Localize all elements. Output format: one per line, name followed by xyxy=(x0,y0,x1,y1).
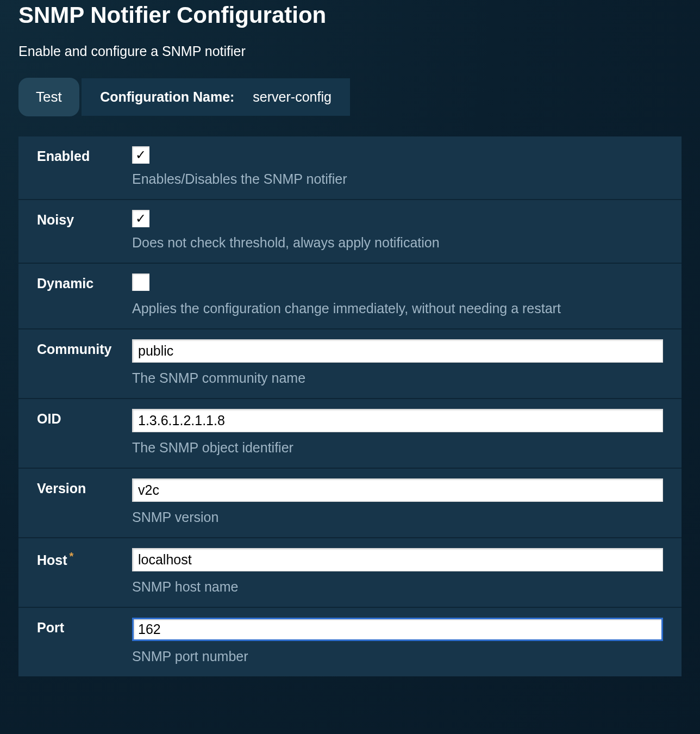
help-host: SNMP host name xyxy=(132,579,663,595)
help-version: SNMP version xyxy=(132,509,663,525)
input-host[interactable] xyxy=(132,548,663,571)
row-noisy: Noisy ✓ Does not check threshold, always… xyxy=(18,200,682,264)
help-oid: The SNMP object identifier xyxy=(132,440,663,456)
help-enabled: Enables/Disables the SNMP notifier xyxy=(132,171,663,187)
label-noisy: Noisy xyxy=(37,210,132,251)
checkbox-enabled[interactable]: ✓ xyxy=(132,146,149,164)
config-name-label: Configuration Name: xyxy=(100,89,234,105)
row-enabled: Enabled ✓ Enables/Disables the SNMP noti… xyxy=(18,136,682,200)
row-host: Host* SNMP host name xyxy=(18,538,682,608)
input-oid[interactable] xyxy=(132,409,663,432)
label-port: Port xyxy=(37,618,132,664)
input-version[interactable] xyxy=(132,478,663,502)
config-name-row: Configuration Name: server-config xyxy=(82,78,350,116)
label-host: Host* xyxy=(37,548,132,595)
required-asterisk-icon: * xyxy=(70,550,74,562)
label-version: Version xyxy=(37,478,132,525)
help-community: The SNMP community name xyxy=(132,370,663,386)
config-name-value: server-config xyxy=(253,89,332,105)
row-community: Community The SNMP community name xyxy=(18,329,682,399)
label-host-text: Host xyxy=(37,552,67,568)
help-dynamic: Applies the configuration change immedia… xyxy=(132,301,663,316)
page-subtitle: Enable and configure a SNMP notifier xyxy=(18,43,682,59)
row-dynamic: Dynamic Applies the configuration change… xyxy=(18,264,682,329)
row-port: Port SNMP port number xyxy=(18,608,682,676)
checkbox-noisy[interactable]: ✓ xyxy=(132,210,149,227)
label-dynamic: Dynamic xyxy=(37,273,132,316)
test-button[interactable]: Test xyxy=(18,78,79,116)
form-table: Enabled ✓ Enables/Disables the SNMP noti… xyxy=(18,136,682,676)
checkbox-dynamic[interactable] xyxy=(132,273,149,291)
input-port[interactable] xyxy=(132,618,663,641)
label-community: Community xyxy=(37,339,132,386)
page-title: SNMP Notifier Configuration xyxy=(18,0,682,28)
row-version: Version SNMP version xyxy=(18,469,682,538)
row-oid: OID The SNMP object identifier xyxy=(18,399,682,469)
input-community[interactable] xyxy=(132,339,663,363)
help-noisy: Does not check threshold, always apply n… xyxy=(132,235,663,251)
label-enabled: Enabled xyxy=(37,146,132,187)
label-oid: OID xyxy=(37,409,132,456)
help-port: SNMP port number xyxy=(132,649,663,664)
